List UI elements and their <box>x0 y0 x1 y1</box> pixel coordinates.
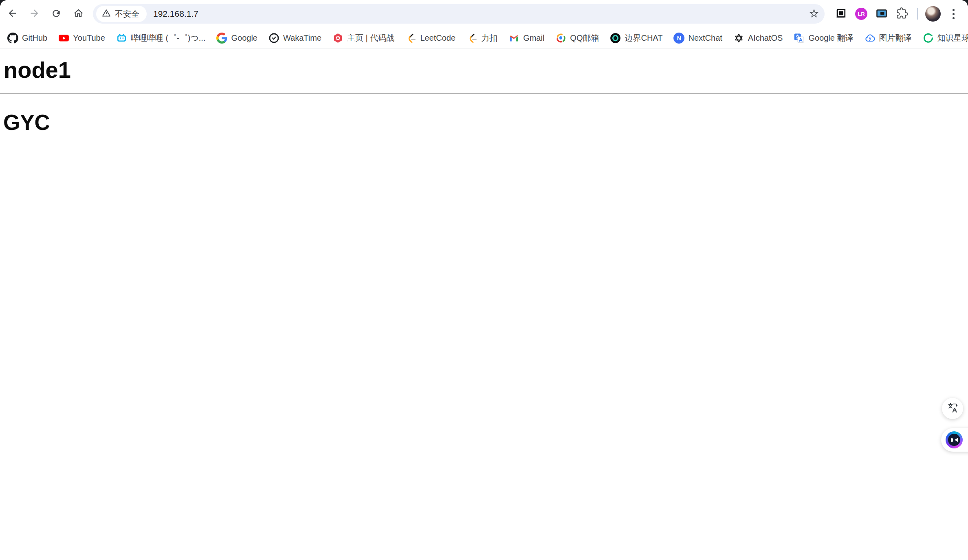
bookmark-boundary-chat[interactable]: 边界CHAT <box>610 33 662 44</box>
warning-triangle-icon <box>101 8 111 20</box>
bookmark-label: QQ邮箱 <box>570 33 599 44</box>
url-text[interactable]: 192.168.1.7 <box>153 9 806 19</box>
back-button[interactable] <box>3 5 21 23</box>
screenshot-ext-icon <box>835 7 847 21</box>
bookmark-youtube[interactable]: YouTube <box>58 33 105 44</box>
image-translate-icon: y <box>865 33 876 44</box>
bookmark-label: 边界CHAT <box>625 33 662 44</box>
home-icon <box>73 8 84 20</box>
bookmark-github[interactable]: GitHub <box>7 33 47 44</box>
bookmark-google[interactable]: Google <box>216 33 257 44</box>
back-arrow-icon <box>7 8 18 20</box>
bookmark-google-translate[interactable]: Google 翻译 <box>794 33 853 44</box>
lr-ext-button[interactable]: LR <box>852 5 870 23</box>
translate-icon <box>946 402 959 415</box>
bookmark-label: WakaTime <box>283 33 321 43</box>
github-icon <box>7 33 18 44</box>
browser-toolbar: 不安全 192.168.1.7 <box>0 0 968 28</box>
robot-assistant-icon <box>946 431 963 448</box>
bookmark-label: AIchatOS <box>748 33 783 43</box>
forward-arrow-icon <box>29 8 40 20</box>
bookmark-qqmail[interactable]: QQ邮箱 <box>555 33 599 44</box>
bilibili-icon <box>116 33 127 44</box>
extensions-puzzle-button[interactable] <box>893 5 911 23</box>
browser-window: 不安全 192.168.1.7 <box>0 0 968 560</box>
heading-divider <box>0 93 968 94</box>
bookmark-label: Gmail <box>523 33 544 43</box>
page-heading: node1 <box>4 57 968 83</box>
bookmark-gmail[interactable]: Gmail <box>508 33 544 44</box>
reload-button[interactable] <box>47 5 65 23</box>
bookmarks-bar: GitHub YouTube 哔哩哔哩 (゜-゜)つ... <box>0 28 968 48</box>
screenshot-ext-button[interactable] <box>832 5 850 23</box>
bookmark-label: Google <box>231 33 257 43</box>
page-subheading: GYC <box>3 111 968 134</box>
profile-avatar <box>925 6 941 22</box>
google-translate-icon <box>794 33 805 44</box>
bookmark-nextchat[interactable]: N NextChat <box>673 33 722 44</box>
browser-menu-button[interactable] <box>944 5 962 23</box>
bookmark-label: 知识星球 <box>937 33 968 44</box>
profile-button[interactable] <box>924 5 942 23</box>
window-corner-right <box>962 0 968 6</box>
bookmark-label: LeetCode <box>420 33 455 43</box>
reload-icon <box>51 8 62 20</box>
leetcode-icon <box>466 33 477 44</box>
gmail-icon <box>508 33 519 44</box>
bookmark-star-button[interactable] <box>806 6 822 22</box>
bookmark-label: 主页 | 代码战 <box>347 33 394 44</box>
boundary-chat-icon <box>610 33 621 44</box>
nav-button-group <box>3 5 87 23</box>
extension-button-group: LR <box>832 5 962 23</box>
bookmark-likou[interactable]: 力扣 <box>466 33 497 44</box>
bookmark-label: NextChat <box>688 33 722 43</box>
page-content: node1 GYC <box>0 57 968 134</box>
menu-kebab-icon <box>953 9 955 19</box>
bookmark-label: 哔哩哔哩 (゜-゜)つ... <box>131 33 206 44</box>
bookmark-wakatime[interactable]: WakaTime <box>268 33 321 44</box>
pip-ext-icon <box>876 7 888 21</box>
bookmark-star-icon <box>809 8 819 20</box>
extensions-puzzle-icon <box>896 7 908 20</box>
leetcode-icon <box>405 33 416 44</box>
youtube-icon <box>58 33 69 44</box>
bookmark-label: GitHub <box>22 33 47 43</box>
bookmark-leetcode[interactable]: LeetCode <box>405 33 455 44</box>
home-button[interactable] <box>69 5 87 23</box>
nextchat-icon: N <box>673 33 684 44</box>
bookmark-bilibili[interactable]: 哔哩哔哩 (゜-゜)つ... <box>116 33 206 44</box>
security-chip-label: 不安全 <box>115 9 139 20</box>
zsxq-ring-icon <box>923 33 934 44</box>
bookmark-zsxq[interactable]: 知识星球 <box>923 33 968 44</box>
forward-button[interactable] <box>25 5 43 23</box>
bookmark-image-translate[interactable]: y 图片翻译 <box>865 33 912 44</box>
bookmark-codewar-home[interactable]: 主页 | 代码战 <box>332 33 394 44</box>
toolbar-divider <box>917 8 918 20</box>
bookmark-label: 力扣 <box>481 33 497 44</box>
wakatime-icon <box>268 33 279 44</box>
lr-ext-icon: LR <box>855 8 867 20</box>
google-icon <box>216 33 227 44</box>
bookmark-label: YouTube <box>73 33 105 43</box>
bookmark-aichatos[interactable]: AIchatOS <box>733 33 783 44</box>
bookmark-label: Google 翻译 <box>808 33 853 44</box>
svg-text:y: y <box>869 36 871 40</box>
pip-ext-button[interactable] <box>873 5 891 23</box>
bookmark-label: 图片翻译 <box>879 33 912 44</box>
address-bar[interactable]: 不安全 192.168.1.7 <box>93 4 825 24</box>
assistant-robot-fab[interactable] <box>941 428 968 452</box>
openai-knot-icon <box>733 33 744 44</box>
window-corner-left <box>0 0 6 6</box>
security-chip[interactable]: 不安全 <box>96 6 147 22</box>
qqmail-icon <box>555 33 566 44</box>
red-gpt-icon <box>332 33 343 44</box>
translate-fab[interactable] <box>942 398 963 419</box>
